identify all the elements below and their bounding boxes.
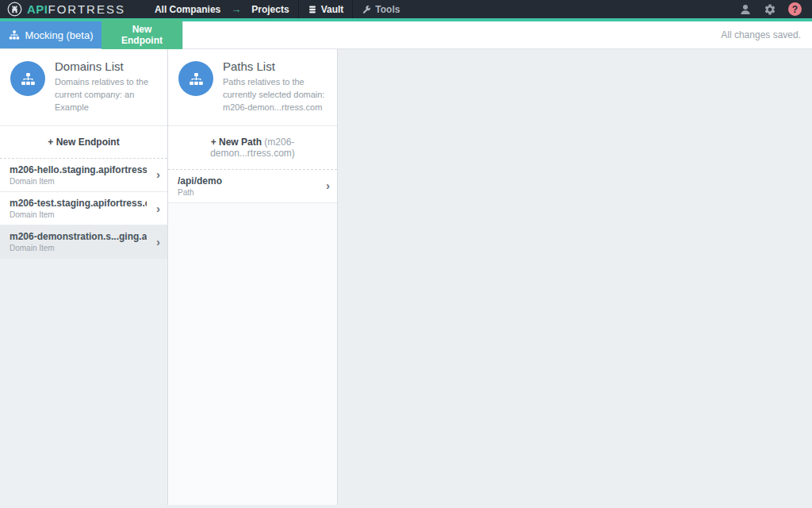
- new-endpoint-row[interactable]: + New Endpoint: [0, 126, 167, 159]
- path-item-type: Path: [178, 187, 316, 198]
- domain-item-title: m206-test.staging.apifortress.com: [10, 197, 147, 210]
- navbar-right-icons: ?: [739, 2, 812, 16]
- wrench-icon: [362, 5, 371, 14]
- paths-panel-header: Paths List Paths relatives to the curren…: [168, 49, 337, 126]
- toolbar-spacer: [183, 21, 721, 48]
- domain-item-title: m206-hello.staging.apifortress.com: [10, 164, 147, 176]
- apifortress-logo[interactable]: APIFORTRESS: [0, 2, 125, 17]
- path-item[interactable]: /api/demo Path ›: [168, 170, 337, 203]
- sub-toolbar: Mocking (beta) New Endpoint All changes …: [0, 21, 812, 49]
- content-area: Domains List Domains relatives to the cu…: [0, 49, 812, 505]
- logo-text-api: API: [27, 2, 48, 16]
- gear-icon[interactable]: [764, 3, 776, 16]
- top-navbar: APIFORTRESS All Companies → Projects Vau…: [0, 0, 812, 21]
- nav-tools-label: Tools: [375, 4, 400, 15]
- nav-vault-label: Vault: [321, 4, 344, 15]
- chevron-right-icon: ›: [156, 235, 160, 248]
- new-path-label: + New Path: [211, 137, 262, 148]
- nav-vault[interactable]: Vault: [299, 0, 353, 18]
- domain-item-title: m206-demonstration.s...ging.apifortress.…: [10, 230, 147, 243]
- domains-panel: Domains List Domains relatives to the cu…: [0, 49, 168, 505]
- paths-panel: Paths List Paths relatives to the curren…: [168, 49, 338, 505]
- paths-sitemap-icon: [178, 61, 213, 96]
- domain-item[interactable]: m206-test.staging.apifortress.com Domain…: [0, 192, 167, 225]
- user-icon[interactable]: [739, 3, 752, 16]
- breadcrumb-arrow-icon: →: [229, 0, 243, 18]
- domain-item-type: Domain Item: [10, 243, 147, 253]
- navbar-menu: All Companies → Projects Vault Tools: [146, 0, 409, 18]
- paths-panel-subtitle: Paths relatives to the currently selecte…: [223, 76, 329, 114]
- path-item-title: /api/demo: [178, 175, 316, 187]
- paths-panel-title: Paths List: [223, 60, 329, 73]
- chevron-right-icon: ›: [156, 168, 160, 182]
- fortress-logo-icon: [7, 2, 22, 17]
- domains-panel-subtitle: Domains relatives to the current company…: [55, 76, 159, 114]
- nav-projects[interactable]: Projects: [243, 0, 297, 18]
- domain-item-type: Domain Item: [10, 210, 147, 220]
- domain-item-selected[interactable]: m206-demonstration.s...ging.apifortress.…: [0, 225, 167, 259]
- save-status: All changes saved.: [721, 21, 812, 48]
- new-endpoint-button[interactable]: New Endpoint: [102, 19, 182, 51]
- new-path-row[interactable]: + New Path (m206-demon...rtress.com): [168, 126, 337, 170]
- domains-panel-header: Domains List Domains relatives to the cu…: [0, 49, 167, 126]
- chevron-right-icon: ›: [326, 179, 330, 193]
- tab-mocking-label: Mocking (beta): [25, 29, 94, 41]
- new-endpoint-zone: New Endpoint: [102, 21, 183, 48]
- tab-mocking[interactable]: Mocking (beta): [0, 21, 102, 48]
- logo-text-fortress: FORTRESS: [48, 2, 125, 16]
- chevron-right-icon: ›: [156, 202, 160, 215]
- database-icon: [308, 5, 317, 14]
- domain-item[interactable]: m206-hello.staging.apifortress.com Domai…: [0, 159, 167, 192]
- domains-sitemap-icon: [10, 61, 45, 96]
- nav-tools[interactable]: Tools: [353, 0, 408, 18]
- nav-all-companies[interactable]: All Companies: [146, 0, 229, 18]
- help-icon[interactable]: ?: [788, 2, 802, 16]
- sitemap-icon: [9, 29, 20, 40]
- domains-panel-title: Domains List: [55, 60, 159, 73]
- domain-item-type: Domain Item: [10, 176, 147, 187]
- main-empty-area: [338, 49, 812, 505]
